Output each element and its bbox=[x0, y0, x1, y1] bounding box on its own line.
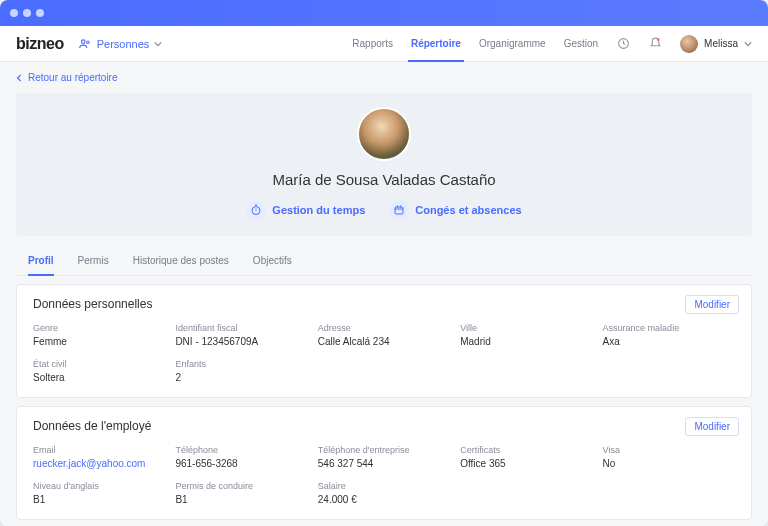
field-value: B1 bbox=[175, 494, 307, 505]
field-label: État civil bbox=[33, 359, 165, 369]
people-icon bbox=[78, 37, 92, 51]
user-avatar bbox=[680, 35, 698, 53]
card-title: Données personnelles bbox=[33, 297, 735, 311]
field-value: Madrid bbox=[460, 336, 592, 347]
field: Téléphone961-656-3268 bbox=[175, 445, 307, 469]
employee-grid: Emailruecker.jack@yahoo.comTéléphone961-… bbox=[33, 445, 735, 505]
card-personal-data: Données personnelles Modifier GenreFemme… bbox=[16, 284, 752, 398]
action-absences[interactable]: Congés et absences bbox=[389, 200, 521, 220]
field-value: 2 bbox=[175, 372, 307, 383]
tab-profil[interactable]: Profil bbox=[28, 246, 54, 275]
svg-point-1 bbox=[86, 40, 89, 43]
chevron-down-icon bbox=[744, 40, 752, 48]
module-name: Personnes bbox=[97, 38, 150, 50]
bell-icon[interactable] bbox=[648, 37, 662, 51]
nav-repertoire[interactable]: Répertoire bbox=[411, 26, 461, 61]
window-close-dot[interactable] bbox=[10, 9, 18, 17]
nav-organigramme[interactable]: Organigramme bbox=[479, 26, 546, 61]
field-label: Salaire bbox=[318, 481, 450, 491]
field: Emailruecker.jack@yahoo.com bbox=[33, 445, 165, 469]
svg-rect-5 bbox=[395, 207, 403, 214]
field-value: Office 365 bbox=[460, 458, 592, 469]
field bbox=[318, 359, 450, 383]
module-switcher[interactable]: Personnes bbox=[78, 37, 163, 51]
employee-hero: María de Sousa Valadas Castaño Gestion d… bbox=[16, 93, 752, 236]
main-content: Retour au répertoire María de Sousa Vala… bbox=[0, 62, 768, 526]
tab-objectifs[interactable]: Objectifs bbox=[253, 246, 292, 275]
field: AdresseCalle Alcalá 234 bbox=[318, 323, 450, 347]
top-nav: bizneo Personnes Rapports Répertoire Org… bbox=[0, 26, 768, 62]
app-window: bizneo Personnes Rapports Répertoire Org… bbox=[0, 0, 768, 526]
field: Assurance maladieAxa bbox=[603, 323, 735, 347]
app-logo: bizneo bbox=[16, 35, 64, 53]
field-value: B1 bbox=[33, 494, 165, 505]
field-label: Ville bbox=[460, 323, 592, 333]
field-value: 961-656-3268 bbox=[175, 458, 307, 469]
user-menu[interactable]: Melissa bbox=[680, 35, 752, 53]
field bbox=[460, 359, 592, 383]
field-label: Visa bbox=[603, 445, 735, 455]
field: Permis de conduireB1 bbox=[175, 481, 307, 505]
field-value: DNI - 123456709A bbox=[175, 336, 307, 347]
field-value: Femme bbox=[33, 336, 165, 347]
clock-icon[interactable] bbox=[616, 37, 630, 51]
hero-actions: Gestion du temps Congés et absences bbox=[246, 200, 521, 220]
nav-right: Rapports Répertoire Organigramme Gestion… bbox=[352, 26, 752, 61]
chevron-down-icon bbox=[154, 40, 162, 48]
action-time-management[interactable]: Gestion du temps bbox=[246, 200, 365, 220]
field-value: Soltera bbox=[33, 372, 165, 383]
svg-point-0 bbox=[81, 39, 85, 43]
field: État civilSoltera bbox=[33, 359, 165, 383]
employee-avatar bbox=[357, 107, 411, 161]
field: Identifiant fiscalDNI - 123456709A bbox=[175, 323, 307, 347]
profile-tabs: Profil Permis Historique des postes Obje… bbox=[16, 246, 752, 276]
field bbox=[460, 481, 592, 505]
field: Niveau d'anglaisB1 bbox=[33, 481, 165, 505]
card-title: Données de l'employé bbox=[33, 419, 735, 433]
field-label: Genre bbox=[33, 323, 165, 333]
field bbox=[603, 359, 735, 383]
field-label: Téléphone d'entreprise bbox=[318, 445, 450, 455]
action-label: Congés et absences bbox=[415, 204, 521, 216]
field: GenreFemme bbox=[33, 323, 165, 347]
field bbox=[603, 481, 735, 505]
field-value: 546 327 544 bbox=[318, 458, 450, 469]
field-label: Téléphone bbox=[175, 445, 307, 455]
field: CertificatsOffice 365 bbox=[460, 445, 592, 469]
field-label: Permis de conduire bbox=[175, 481, 307, 491]
tab-permis[interactable]: Permis bbox=[78, 246, 109, 275]
window-titlebar bbox=[0, 0, 768, 26]
personal-grid: GenreFemmeIdentifiant fiscalDNI - 123456… bbox=[33, 323, 735, 383]
stopwatch-icon bbox=[246, 200, 266, 220]
field-label: Niveau d'anglais bbox=[33, 481, 165, 491]
field: VisaNo bbox=[603, 445, 735, 469]
modify-button[interactable]: Modifier bbox=[685, 417, 739, 436]
back-link-text: Retour au répertoire bbox=[28, 72, 118, 83]
field: VilleMadrid bbox=[460, 323, 592, 347]
nav-gestion[interactable]: Gestion bbox=[564, 26, 598, 61]
field-value[interactable]: ruecker.jack@yahoo.com bbox=[33, 458, 165, 469]
tab-historique[interactable]: Historique des postes bbox=[133, 246, 229, 275]
window-max-dot[interactable] bbox=[36, 9, 44, 17]
field-label: Certificats bbox=[460, 445, 592, 455]
field: Salaire24.000 € bbox=[318, 481, 450, 505]
window-controls bbox=[10, 9, 44, 17]
chevron-left-icon bbox=[16, 74, 24, 82]
field-value: Calle Alcalá 234 bbox=[318, 336, 450, 347]
back-link[interactable]: Retour au répertoire bbox=[16, 62, 752, 93]
svg-point-3 bbox=[656, 38, 659, 41]
field-value: 24.000 € bbox=[318, 494, 450, 505]
absence-icon bbox=[389, 200, 409, 220]
modify-button[interactable]: Modifier bbox=[685, 295, 739, 314]
field-label: Identifiant fiscal bbox=[175, 323, 307, 333]
action-label: Gestion du temps bbox=[272, 204, 365, 216]
card-employee-data: Données de l'employé Modifier Emailrueck… bbox=[16, 406, 752, 520]
field-value: No bbox=[603, 458, 735, 469]
field: Téléphone d'entreprise546 327 544 bbox=[318, 445, 450, 469]
window-min-dot[interactable] bbox=[23, 9, 31, 17]
field-value: Axa bbox=[603, 336, 735, 347]
field-label: Enfants bbox=[175, 359, 307, 369]
field-label: Assurance maladie bbox=[603, 323, 735, 333]
field-label: Email bbox=[33, 445, 165, 455]
nav-rapports[interactable]: Rapports bbox=[352, 26, 393, 61]
